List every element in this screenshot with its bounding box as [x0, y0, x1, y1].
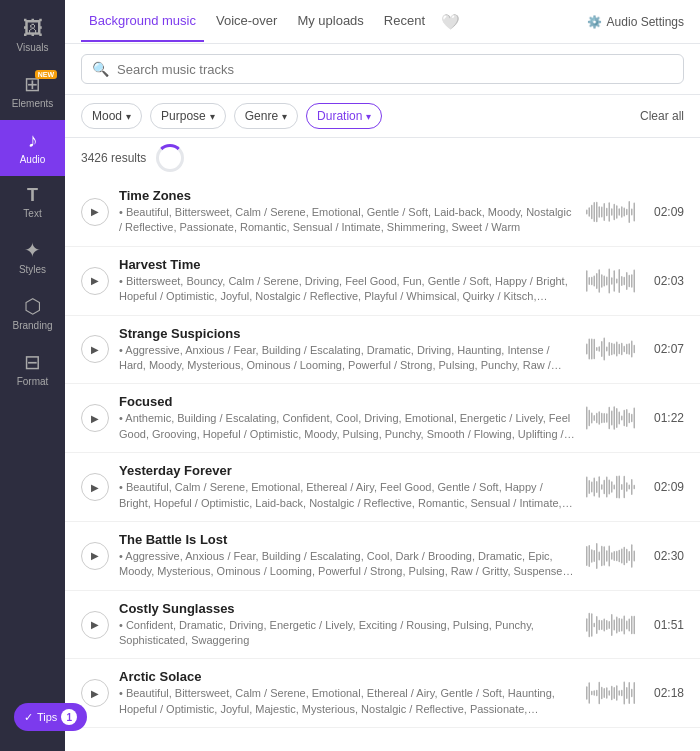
new-badge: NEW — [35, 70, 57, 79]
track-tags: • Beautiful, Bittersweet, Calm / Serene,… — [119, 205, 576, 236]
tips-button[interactable]: ✓ Tips 1 — [14, 703, 87, 731]
svg-rect-40 — [586, 344, 588, 355]
sidebar-item-format[interactable]: ⊟ Format — [0, 342, 65, 398]
sidebar-item-visuals[interactable]: 🖼 Visuals — [0, 8, 65, 64]
track-duration: 02:03 — [646, 274, 684, 288]
track-item[interactable]: ▶ Yesterday Forever • Beautiful, Calm / … — [65, 453, 700, 522]
svg-rect-25 — [599, 269, 601, 292]
waveform — [586, 541, 636, 571]
sidebar-item-text[interactable]: T Text — [0, 176, 65, 230]
sidebar-item-audio[interactable]: ♪ Audio — [0, 120, 65, 176]
svg-rect-148 — [606, 688, 608, 700]
svg-rect-50 — [611, 343, 613, 355]
play-button[interactable]: ▶ — [81, 404, 109, 432]
svg-rect-137 — [629, 618, 631, 631]
track-item[interactable]: ▶ Strange Suspicions • Aggressive, Anxio… — [65, 316, 700, 385]
play-button[interactable]: ▶ — [81, 198, 109, 226]
svg-rect-130 — [611, 614, 613, 636]
track-item[interactable]: ▶ Focused • Anthemic, Building / Escalat… — [65, 384, 700, 453]
svg-rect-71 — [614, 406, 616, 430]
svg-rect-100 — [586, 546, 588, 566]
svg-rect-99 — [634, 485, 636, 490]
svg-rect-1 — [589, 207, 591, 217]
genre-filter-button[interactable]: Genre ▾ — [234, 103, 298, 129]
duration-filter-button[interactable]: Duration ▾ — [306, 103, 382, 129]
svg-rect-138 — [631, 615, 633, 634]
svg-rect-29 — [609, 268, 611, 293]
tab-background-music[interactable]: Background music — [81, 1, 204, 42]
svg-rect-42 — [591, 339, 593, 360]
favorites-heart-icon[interactable]: 🤍 — [441, 13, 460, 31]
waveform — [586, 472, 636, 502]
sidebar-item-elements[interactable]: NEW ⊞ Elements — [0, 64, 65, 120]
track-item[interactable]: ▶ Arctic Solace • Beautiful, Bittersweet… — [65, 659, 700, 728]
tab-my-uploads[interactable]: My uploads — [289, 1, 371, 42]
svg-rect-11 — [614, 204, 616, 220]
svg-rect-127 — [604, 618, 606, 631]
svg-rect-142 — [591, 691, 593, 695]
svg-rect-93 — [619, 475, 621, 498]
track-name: Costly Sunglasses — [119, 601, 576, 616]
sidebar-item-styles[interactable]: ✦ Styles — [0, 230, 65, 286]
svg-rect-60 — [586, 407, 588, 430]
play-button[interactable]: ▶ — [81, 611, 109, 639]
track-info: Harvest Time • Bittersweet, Bouncy, Calm… — [119, 257, 576, 305]
svg-rect-17 — [629, 201, 631, 223]
track-info: Time Zones • Beautiful, Bittersweet, Cal… — [119, 188, 576, 236]
svg-rect-56 — [626, 344, 628, 355]
play-button[interactable]: ▶ — [81, 335, 109, 363]
tips-label: Tips — [37, 711, 57, 723]
track-tags: • Bittersweet, Bouncy, Calm / Serene, Dr… — [119, 274, 576, 305]
audio-settings-button[interactable]: ⚙️ Audio Settings — [587, 15, 684, 29]
svg-rect-21 — [589, 277, 591, 285]
sidebar-item-label: Visuals — [16, 42, 48, 54]
purpose-filter-button[interactable]: Purpose ▾ — [150, 103, 226, 129]
track-tags: • Aggressive, Anxious / Fear, Building /… — [119, 343, 576, 374]
svg-rect-79 — [634, 408, 636, 429]
chevron-down-icon: ▾ — [366, 111, 371, 122]
svg-rect-125 — [599, 619, 601, 630]
tab-voice-over[interactable]: Voice-over — [208, 1, 285, 42]
track-name: Harvest Time — [119, 257, 576, 272]
track-item[interactable]: ▶ The Battle Is Lost • Aggressive, Anxio… — [65, 522, 700, 591]
svg-rect-107 — [604, 546, 606, 566]
play-button[interactable]: ▶ — [81, 542, 109, 570]
svg-rect-39 — [634, 269, 636, 292]
search-input-wrapper: 🔍 — [81, 54, 684, 84]
svg-rect-76 — [626, 409, 628, 427]
format-icon: ⊟ — [24, 352, 41, 372]
play-button[interactable]: ▶ — [81, 267, 109, 295]
play-button[interactable]: ▶ — [81, 679, 109, 707]
svg-rect-37 — [629, 274, 631, 287]
search-input[interactable] — [117, 62, 673, 77]
svg-rect-75 — [624, 410, 626, 427]
svg-rect-2 — [591, 205, 593, 220]
genre-filter-label: Genre — [245, 109, 278, 123]
track-item[interactable]: ▶ Time Zones • Beautiful, Bittersweet, C… — [65, 178, 700, 247]
svg-rect-69 — [609, 407, 611, 430]
track-name: Focused — [119, 394, 576, 409]
svg-rect-92 — [616, 476, 618, 498]
svg-rect-104 — [596, 543, 598, 569]
svg-rect-22 — [591, 276, 593, 284]
results-bar: 3426 results — [65, 138, 700, 178]
svg-rect-61 — [589, 410, 591, 426]
svg-rect-84 — [596, 481, 598, 493]
svg-rect-143 — [594, 691, 596, 697]
svg-rect-136 — [626, 620, 628, 629]
mood-filter-button[interactable]: Mood ▾ — [81, 103, 142, 129]
sidebar-item-branding[interactable]: ⬡ Branding — [0, 286, 65, 342]
svg-rect-52 — [616, 342, 618, 357]
sidebar-item-label: Format — [17, 376, 49, 388]
svg-rect-121 — [589, 612, 591, 637]
track-item[interactable]: ▶ Harvest Time • Bittersweet, Bouncy, Ca… — [65, 247, 700, 316]
tab-recent[interactable]: Recent — [376, 1, 433, 42]
track-item[interactable]: ▶ Costly Sunglasses • Confident, Dramati… — [65, 591, 700, 660]
duration-filter-label: Duration — [317, 109, 362, 123]
play-button[interactable]: ▶ — [81, 473, 109, 501]
clear-all-button[interactable]: Clear all — [640, 109, 684, 123]
svg-rect-24 — [596, 273, 598, 289]
track-info: Yesterday Forever • Beautiful, Calm / Se… — [119, 463, 576, 511]
svg-rect-32 — [616, 278, 618, 283]
track-tags: • Aggressive, Anxious / Fear, Building /… — [119, 549, 576, 580]
